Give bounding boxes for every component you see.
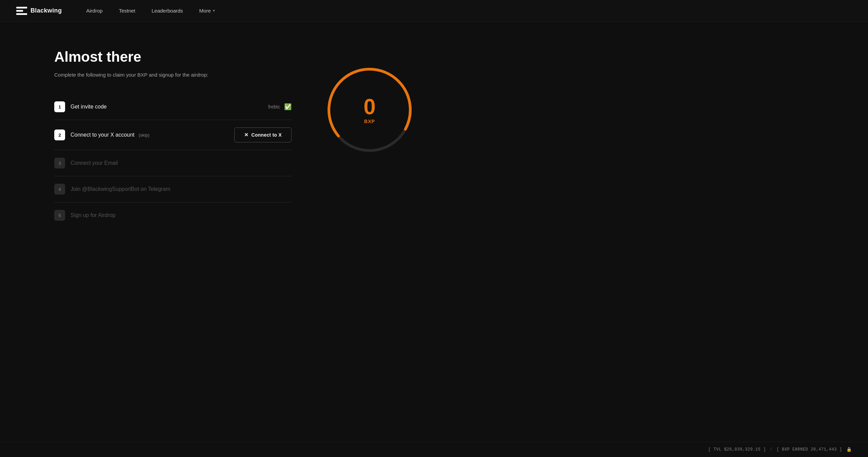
bxp-earned-label: BXP EARNED [782,447,808,452]
logo-link[interactable]: Blackwing [16,7,62,15]
logo-icon [16,7,27,15]
check-circle-icon: ✅ [284,103,292,111]
footer-bar: [ TVL $26,039,329.15 ] / [ BXP EARNED 20… [0,442,868,457]
step-2-number: 2 [54,130,65,140]
lock-icon: 🔒 [846,447,852,452]
step-2-label: Connect to your X account (skip) [71,132,229,138]
bxp-earned-value: 20,471,443 [811,447,837,452]
nav-links: Airdrop Testnet Leaderboards More ▾ [78,5,223,16]
nav-leaderboards[interactable]: Leaderboards [143,5,191,16]
footer-close-bracket-2: ] [840,447,842,452]
step-2: 2 Connect to your X account (skip) ✕ Con… [54,120,292,150]
chevron-down-icon: ▾ [213,8,215,13]
logo-text: Blackwing [31,7,62,14]
footer-divider: / [770,447,773,452]
tvl-value: $26,039,329.15 [724,447,761,452]
bxp-circle: 0 BXP [322,62,417,157]
svg-rect-0 [16,7,27,8]
step-1-number: 1 [54,101,65,112]
steps-list: 1 Get invite code frebtc ✅ 2 Connect to … [54,94,292,228]
nav-airdrop[interactable]: Airdrop [78,5,111,16]
step-4: 4 Join @BlackwingSupportBot on Telegram [54,176,292,202]
main-content: Almost there Complete the following to c… [0,22,868,442]
bxp-center-text: 0 BXP [363,96,376,124]
tvl-label: TVL [714,447,722,452]
x-icon: ✕ [244,132,249,138]
step-5: 5 Sign up for Airdrop [54,202,292,228]
connect-x-button[interactable]: ✕ Connect to X [234,127,292,142]
footer-open-bracket-2: [ [777,447,780,452]
step-4-number: 4 [54,184,65,195]
content-area: Almost there Complete the following to c… [54,49,292,228]
footer-close-bracket-1: ] [763,447,766,452]
page-subtitle: Complete the following to claim your BXP… [54,72,292,78]
nav-testnet[interactable]: Testnet [111,5,143,16]
step-1-label: Get invite code [71,104,263,110]
bxp-label: BXP [363,119,376,124]
svg-rect-1 [16,10,23,12]
page-title: Almost there [54,49,292,65]
footer-stats: [ TVL $26,039,329.15 ] / [ BXP EARNED 20… [708,447,852,452]
step-1: 1 Get invite code frebtc ✅ [54,94,292,120]
step-1-right: frebtc ✅ [268,103,292,111]
navbar: Blackwing Airdrop Testnet Leaderboards M… [0,0,868,22]
skip-link[interactable]: (skip) [139,133,150,138]
step-5-label: Sign up for Airdrop [71,212,292,218]
nav-more-button[interactable]: More ▾ [191,5,223,16]
step-5-number: 5 [54,210,65,221]
step-2-right: ✕ Connect to X [234,127,292,142]
right-panel: 0 BXP [319,49,420,157]
svg-rect-2 [16,13,27,15]
footer-open-bracket-1: [ [708,447,711,452]
bxp-value: 0 [363,96,376,118]
step-3: 3 Connect your Email [54,150,292,176]
step-3-label: Connect your Email [71,160,292,166]
step-3-number: 3 [54,158,65,168]
step-4-label: Join @BlackwingSupportBot on Telegram [71,186,292,192]
step-1-verified-user: frebtc [268,104,280,110]
